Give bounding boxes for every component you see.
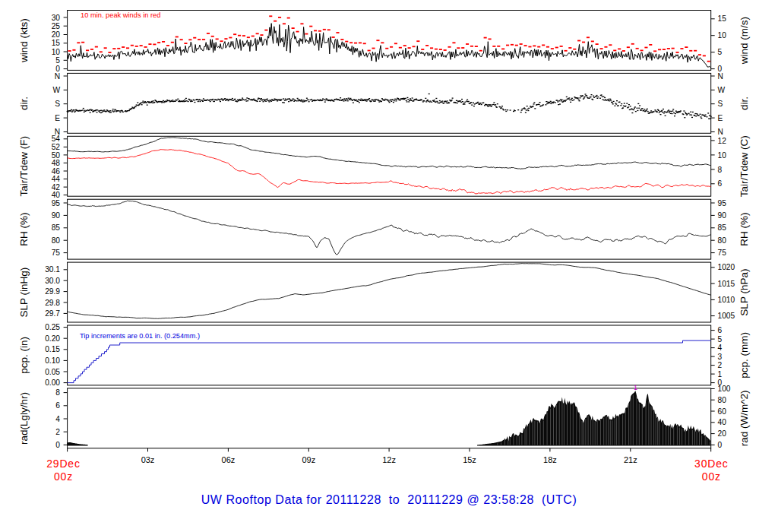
svg-text:03z: 03z: [141, 455, 155, 464]
svg-text:1: 1: [634, 384, 637, 391]
svg-text:85: 85: [52, 223, 61, 232]
svg-text:29.8: 29.8: [45, 299, 60, 307]
svg-text:N: N: [55, 72, 60, 81]
svg-text:09z: 09z: [302, 455, 315, 464]
svg-text:30.1: 30.1: [45, 265, 60, 274]
svg-text:29.9: 29.9: [45, 287, 60, 296]
svg-text:1015: 1015: [718, 280, 735, 288]
svg-text:80: 80: [718, 236, 727, 245]
svg-text:8: 8: [55, 388, 60, 397]
svg-text:W: W: [52, 86, 60, 94]
svg-text:W: W: [718, 86, 726, 94]
svg-text:UW Rooftop Data for 20111228: UW Rooftop Data for 20111228 to 20111229…: [201, 493, 577, 506]
svg-text:0: 0: [55, 441, 60, 449]
svg-text:50: 50: [52, 151, 61, 160]
svg-text:0.05: 0.05: [45, 368, 60, 376]
svg-text:3: 3: [718, 353, 723, 361]
svg-text:10: 10: [52, 48, 61, 56]
svg-text:1: 1: [718, 370, 723, 378]
svg-text:29.7: 29.7: [45, 309, 60, 318]
svg-text:0.25: 0.25: [45, 323, 60, 331]
svg-text:00z: 00z: [702, 470, 721, 483]
svg-text:1020: 1020: [718, 263, 735, 271]
svg-text:20: 20: [718, 429, 727, 438]
svg-text:dir.: dir.: [738, 97, 750, 110]
svg-text:Tip increments are 0.01 in. (0: Tip increments are 0.01 in. (0.254mm.): [80, 332, 200, 340]
svg-text:5: 5: [718, 335, 723, 344]
svg-text:2: 2: [55, 428, 60, 436]
svg-text:Tair/Tdew (C): Tair/Tdew (C): [738, 135, 750, 197]
svg-text:00z: 00z: [54, 470, 73, 483]
svg-text:Tair/Tdew (F): Tair/Tdew (F): [18, 136, 30, 197]
svg-text:S: S: [55, 100, 60, 108]
svg-text:21z: 21z: [624, 455, 637, 464]
svg-text:0.20: 0.20: [45, 334, 60, 343]
svg-text:95: 95: [52, 199, 61, 207]
svg-text:15: 15: [718, 14, 727, 23]
svg-text:SLP (inHg): SLP (inHg): [18, 268, 30, 318]
svg-text:80: 80: [718, 396, 727, 404]
svg-text:2: 2: [718, 361, 723, 369]
svg-text:15z: 15z: [463, 455, 476, 464]
svg-text:dir.: dir.: [18, 97, 30, 110]
svg-text:40: 40: [718, 418, 727, 426]
svg-text:10 min. peak winds in red: 10 min. peak winds in red: [81, 11, 160, 19]
svg-text:pcp. (mm): pcp. (mm): [738, 332, 750, 378]
svg-text:0.00: 0.00: [45, 378, 60, 387]
svg-text:90: 90: [718, 211, 727, 220]
svg-text:10: 10: [718, 151, 727, 160]
svg-text:60: 60: [718, 407, 727, 416]
svg-text:44: 44: [52, 175, 61, 183]
svg-text:1010: 1010: [718, 296, 735, 304]
svg-text:1005: 1005: [718, 312, 735, 320]
svg-text:8: 8: [718, 166, 723, 174]
svg-text:rad (W/m^2): rad (W/m^2): [738, 390, 750, 446]
svg-text:5: 5: [718, 48, 723, 56]
svg-text:100: 100: [718, 385, 731, 393]
svg-text:0: 0: [718, 441, 723, 449]
svg-text:E: E: [718, 114, 723, 122]
svg-text:10: 10: [718, 31, 727, 40]
svg-text:rad(Lgly/hr): rad(Lgly/hr): [18, 392, 30, 445]
svg-text:wind (m/s): wind (m/s): [738, 17, 750, 65]
svg-text:12: 12: [718, 137, 727, 145]
svg-text:40: 40: [52, 191, 61, 199]
svg-text:48: 48: [52, 159, 61, 167]
svg-text:46: 46: [52, 167, 61, 176]
svg-text:30.0: 30.0: [45, 277, 60, 285]
svg-text:15: 15: [52, 39, 61, 47]
svg-text:52: 52: [52, 143, 61, 151]
svg-text:4: 4: [718, 344, 723, 352]
svg-text:RH (%): RH (%): [18, 213, 30, 246]
svg-text:54: 54: [52, 135, 61, 143]
svg-text:20: 20: [52, 30, 61, 39]
svg-text:6: 6: [718, 326, 723, 334]
svg-text:90: 90: [52, 211, 61, 220]
svg-text:42: 42: [52, 183, 61, 192]
svg-text:85: 85: [718, 223, 727, 232]
svg-text:75: 75: [52, 249, 61, 257]
svg-text:S: S: [718, 100, 723, 108]
svg-text:25: 25: [52, 22, 61, 30]
svg-text:95: 95: [718, 199, 727, 207]
svg-text:6: 6: [55, 401, 60, 410]
svg-text:pcp. (in): pcp. (in): [18, 337, 30, 374]
svg-text:N: N: [718, 72, 723, 81]
svg-text:SLP (hPa): SLP (hPa): [738, 269, 750, 316]
svg-text:30: 30: [52, 14, 61, 22]
svg-text:RH (%): RH (%): [738, 213, 750, 246]
svg-text:06z: 06z: [222, 455, 236, 464]
svg-text:5: 5: [55, 56, 60, 65]
svg-text:12z: 12z: [382, 455, 396, 464]
svg-text:4: 4: [55, 415, 60, 423]
svg-text:30Dec: 30Dec: [694, 458, 728, 470]
svg-text:80: 80: [52, 236, 61, 245]
svg-text:75: 75: [718, 249, 727, 257]
svg-text:N: N: [718, 128, 723, 136]
svg-text:29Dec: 29Dec: [46, 458, 80, 470]
svg-text:0.15: 0.15: [45, 345, 60, 353]
svg-text:6: 6: [718, 179, 723, 188]
svg-text:18z: 18z: [543, 455, 557, 464]
svg-text:0.10: 0.10: [45, 356, 60, 365]
svg-text:E: E: [55, 114, 60, 122]
